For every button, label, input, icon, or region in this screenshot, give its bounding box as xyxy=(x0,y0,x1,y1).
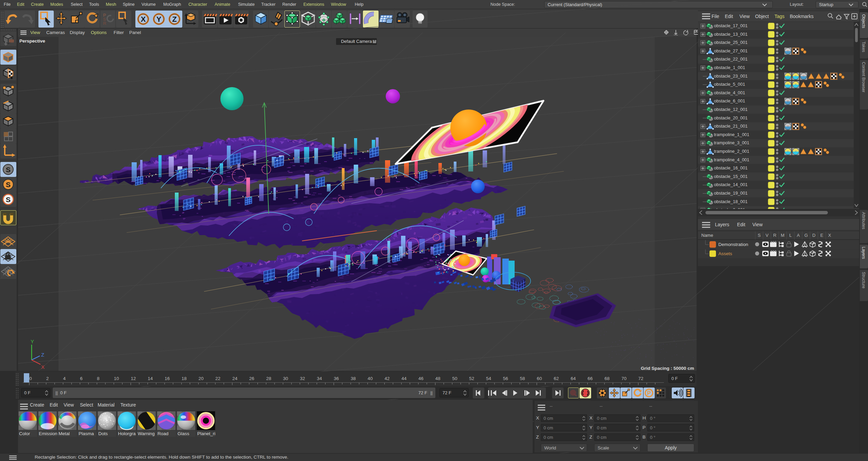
svg-text:38: 38 xyxy=(351,376,356,381)
svg-text:6: 6 xyxy=(80,376,83,381)
svg-text:66: 66 xyxy=(587,376,592,381)
svg-text:24: 24 xyxy=(232,376,238,381)
svg-text:4: 4 xyxy=(63,376,66,381)
svg-text:72: 72 xyxy=(638,376,644,381)
svg-text:Y: Y xyxy=(31,339,34,344)
svg-text:26: 26 xyxy=(249,376,254,381)
svg-text:50: 50 xyxy=(452,376,457,381)
svg-text:22: 22 xyxy=(215,376,220,381)
svg-text:58: 58 xyxy=(520,376,525,381)
svg-text:X: X xyxy=(141,15,146,23)
svg-text:68: 68 xyxy=(604,376,610,381)
svg-text:20: 20 xyxy=(198,376,203,381)
svg-text:36: 36 xyxy=(334,376,339,381)
svg-text:Y: Y xyxy=(156,15,162,23)
svg-text:42: 42 xyxy=(385,376,390,381)
svg-text:Z: Z xyxy=(41,352,44,358)
svg-text:8: 8 xyxy=(97,376,100,381)
svg-text:2: 2 xyxy=(46,376,49,381)
svg-text:40: 40 xyxy=(368,376,373,381)
svg-text:32: 32 xyxy=(300,376,305,381)
svg-text:28: 28 xyxy=(266,376,271,381)
svg-text:18: 18 xyxy=(182,376,187,381)
svg-text:X: X xyxy=(41,364,45,370)
svg-text:S: S xyxy=(6,166,11,174)
svg-text:0: 0 xyxy=(29,376,32,381)
svg-text:S: S xyxy=(6,181,11,188)
svg-text:14: 14 xyxy=(148,376,153,381)
svg-text:R: R xyxy=(103,21,106,26)
svg-text:54: 54 xyxy=(486,376,491,381)
svg-text:34: 34 xyxy=(317,376,322,381)
svg-text:70: 70 xyxy=(621,376,627,381)
svg-text:44: 44 xyxy=(401,376,407,381)
svg-text:10: 10 xyxy=(114,376,119,381)
svg-text:56: 56 xyxy=(503,376,508,381)
svg-text:64: 64 xyxy=(571,376,576,381)
svg-text:12: 12 xyxy=(131,376,136,381)
svg-text:P: P xyxy=(647,390,651,396)
svg-text:30: 30 xyxy=(283,376,288,381)
svg-text:16: 16 xyxy=(165,376,170,381)
svg-text:S: S xyxy=(6,196,11,203)
svg-text:46: 46 xyxy=(418,376,423,381)
svg-text:52: 52 xyxy=(469,376,474,381)
svg-text:62: 62 xyxy=(554,376,559,381)
svg-text:48: 48 xyxy=(435,376,440,381)
svg-text:Z: Z xyxy=(172,15,177,23)
svg-text:60: 60 xyxy=(537,376,542,381)
